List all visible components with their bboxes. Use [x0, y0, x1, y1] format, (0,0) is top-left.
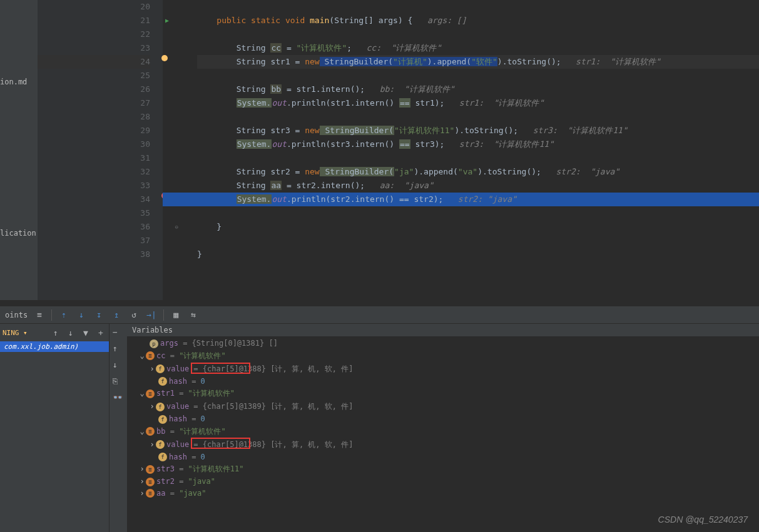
- debug-frames: NING ▾ ↑ ↓ ▼ + com.xxl.job.admin): [0, 324, 110, 532]
- line-number: 22: [38, 28, 150, 41]
- step-into-icon[interactable]: ↧: [93, 309, 104, 321]
- line-number: [38, 261, 150, 275]
- line-number: 32: [38, 165, 150, 179]
- running-status[interactable]: NING ▾: [3, 329, 28, 337]
- breakpoints-list-icon[interactable]: ≡: [34, 309, 45, 321]
- down-icon[interactable]: ↓: [113, 360, 124, 371]
- equals-badge-icon: ≡: [146, 427, 155, 436]
- collapse-icon[interactable]: ›: [148, 440, 156, 449]
- equals-badge-icon: ≡: [146, 465, 155, 474]
- line-number: 21▶: [38, 14, 150, 28]
- running-thread[interactable]: com.xxl.job.admin): [0, 341, 109, 352]
- variables-panel[interactable]: Variables pargs = {String[0]@1381} [] ⌄≡…: [127, 324, 759, 532]
- add-icon[interactable]: +: [95, 327, 106, 338]
- debug-side-toolbar: − ↑ ↓ ⎘ 👓: [110, 324, 127, 532]
- prev-frame-icon[interactable]: ↑: [50, 327, 61, 338]
- line-number: 35: [38, 206, 150, 220]
- expand-icon[interactable]: ⌄: [138, 389, 146, 398]
- collapse-icon[interactable]: ›: [138, 464, 146, 473]
- line-number: 23: [38, 41, 150, 55]
- line-number: 20: [38, 0, 150, 14]
- up-icon[interactable]: ↑: [113, 344, 124, 355]
- field-badge-icon: f: [158, 377, 167, 386]
- collapse-icon[interactable]: ›: [138, 477, 146, 486]
- line-number: 34: [38, 193, 150, 206]
- equals-badge-icon: ≡: [146, 351, 155, 360]
- line-number: 25: [38, 69, 150, 83]
- line-number: 38: [38, 248, 150, 261]
- expand-icon[interactable]: ⌄: [138, 351, 146, 360]
- field-badge-icon: f: [156, 364, 165, 373]
- run-to-cursor-icon[interactable]: →|: [146, 309, 157, 321]
- line-number: 36⊖: [38, 220, 150, 234]
- line-number: 30: [38, 138, 150, 151]
- line-number: 31: [38, 151, 150, 165]
- code-body[interactable]: public static void main(String[] args) {…: [163, 0, 759, 300]
- watch-icon[interactable]: 👓: [113, 393, 124, 404]
- step-out-icon[interactable]: ↥: [111, 309, 122, 321]
- expand-icon[interactable]: ⌄: [138, 427, 146, 436]
- variables-header: Variables: [127, 324, 759, 336]
- line-number: 28: [38, 110, 150, 124]
- collapse-icon[interactable]: ›: [148, 364, 156, 373]
- next-frame-icon[interactable]: ↓: [65, 327, 76, 338]
- field-badge-icon: f: [156, 440, 165, 449]
- debug-panel: oints ≡ ⇡ ↓ ↧ ↥ ↺ →| ▦ ⇆ NING ▾ ↑ ↓ ▼ + …: [0, 306, 759, 532]
- line-number: 37: [38, 234, 150, 248]
- tab-breakpoints[interactable]: oints: [5, 311, 28, 319]
- minus-icon[interactable]: −: [113, 328, 124, 339]
- collapse-icon[interactable]: ›: [138, 489, 146, 498]
- show-execution-icon[interactable]: ⇡: [58, 309, 69, 321]
- sidebar-item-app[interactable]: lication: [0, 226, 38, 240]
- code-editor[interactable]: 20 21▶ 22 23 24 25 26 27 28 29 30 31 32 …: [38, 0, 759, 300]
- equals-badge-icon: ≡: [146, 489, 155, 498]
- drop-frame-icon[interactable]: ↺: [128, 309, 140, 321]
- equals-badge-icon: ≡: [146, 389, 155, 398]
- project-sidebar[interactable]: ion.md lication: [0, 0, 38, 300]
- step-over-icon[interactable]: ↓: [76, 309, 87, 321]
- equals-badge-icon: ≡: [146, 478, 155, 486]
- line-number: 27: [38, 96, 150, 110]
- line-number: 24: [38, 55, 150, 69]
- param-badge-icon: p: [150, 339, 158, 348]
- field-badge-icon: f: [156, 403, 165, 411]
- sidebar-item-md[interactable]: ion.md: [0, 75, 38, 89]
- line-number: 26: [38, 83, 150, 96]
- field-badge-icon: f: [158, 453, 167, 461]
- trace-icon[interactable]: ⇆: [188, 309, 199, 321]
- collapse-icon[interactable]: ›: [148, 402, 156, 411]
- evaluate-icon[interactable]: ▦: [170, 309, 181, 321]
- line-number: 29: [38, 124, 150, 138]
- filter-icon[interactable]: ▼: [80, 327, 91, 338]
- line-number: 33: [38, 179, 150, 193]
- gutter: 20 21▶ 22 23 24 25 26 27 28 29 30 31 32 …: [38, 0, 163, 300]
- copy-icon[interactable]: ⎘: [113, 376, 124, 388]
- watermark: CSDN @qq_52240237: [658, 514, 748, 524]
- debug-toolbar: oints ≡ ⇡ ↓ ↧ ↥ ↺ →| ▦ ⇆: [0, 306, 759, 324]
- field-badge-icon: f: [158, 415, 167, 424]
